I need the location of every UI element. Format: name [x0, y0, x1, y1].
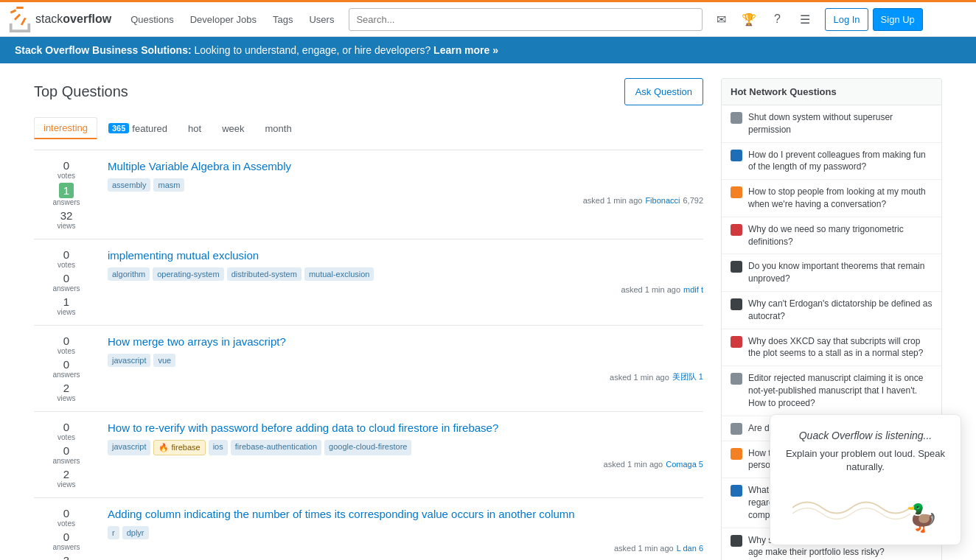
nav-users[interactable]: Users — [301, 10, 341, 29]
question-tag[interactable]: algorithm — [108, 267, 150, 281]
question-title[interactable]: implementing mutual exclusion — [108, 248, 703, 263]
question-title[interactable]: Adding column indicating the number of t… — [108, 507, 703, 522]
hot-network-link[interactable]: Shut down system without superuser permi… — [748, 111, 933, 136]
question-content: How to re-verify with password before ad… — [108, 421, 703, 469]
question-tag[interactable]: distributed-system — [227, 267, 301, 281]
votes-label: votes — [57, 519, 75, 528]
filter-tabs: interesting 365 featured hot week month — [34, 117, 703, 139]
site-icon — [731, 485, 742, 497]
site-icon — [731, 448, 742, 460]
hot-network-link[interactable]: Why does XKCD say that subcripts will cr… — [748, 335, 933, 360]
answer-count: 0 — [63, 272, 69, 284]
content-area: Top Questions Ask Question interesting 3… — [34, 78, 703, 560]
vote-count: 0 — [63, 248, 69, 261]
answer-count: 1 — [59, 183, 74, 198]
hot-network-link[interactable]: Why can't Erdogan's dictatorship be defi… — [748, 298, 933, 323]
votes-stat: 0 votes — [57, 507, 75, 528]
views-stat: 3 views — [57, 554, 75, 560]
logo-text: stackoverflow — [35, 13, 111, 26]
hot-network-title: Hot Network Questions — [722, 79, 941, 105]
tab-month[interactable]: month — [255, 118, 301, 139]
site-icon — [731, 224, 742, 236]
question-tag[interactable]: masm — [153, 178, 184, 192]
asked-time: asked 1 min ago — [604, 460, 663, 469]
vote-count: 0 — [63, 421, 69, 433]
question-user-link[interactable]: 美团队 1 — [672, 371, 703, 382]
featured-label: featured — [132, 123, 167, 134]
ask-question-button[interactable]: Ask Question — [624, 78, 703, 105]
question-stats: 0 votes 1 answers 32 views — [34, 159, 99, 230]
site-icon — [731, 336, 742, 348]
business-banner: Stack Overflow Business Solutions: Looki… — [0, 37, 976, 63]
question-list: 0 votes 1 answers 32 views Multiple Vari… — [34, 150, 703, 560]
question-item: 0 votes 0 answers 2 views How merge two … — [34, 326, 703, 412]
question-tags: algorithmoperating-systemdistributed-sys… — [108, 267, 703, 281]
vote-count: 0 — [63, 335, 69, 347]
question-tag[interactable]: ios — [209, 440, 228, 455]
achievements-icon[interactable]: 🏆 — [738, 8, 760, 30]
user-rep: 6,792 — [683, 196, 703, 205]
business-banner-link[interactable]: Learn more » — [433, 44, 498, 56]
question-tag[interactable]: assembly — [108, 178, 150, 192]
site-icon — [731, 112, 742, 124]
hot-network-link[interactable]: How to stop people from looking at my mo… — [748, 186, 933, 211]
search-input[interactable] — [349, 8, 703, 31]
logo-link[interactable]: stackoverflow — [9, 7, 111, 32]
question-tag[interactable]: dplyr — [122, 526, 149, 539]
nav-developer-jobs[interactable]: Developer Jobs — [183, 10, 264, 29]
question-tag[interactable]: google-cloud-firestore — [324, 440, 411, 455]
nav-questions[interactable]: Questions — [123, 10, 181, 29]
question-tag[interactable]: firebase-authentication — [231, 440, 321, 455]
tab-interesting[interactable]: interesting — [34, 117, 97, 139]
site-icon — [731, 298, 742, 310]
help-icon[interactable]: ? — [766, 8, 788, 30]
question-tag[interactable]: javascript — [108, 440, 150, 455]
question-stats: 0 votes 0 answers 1 views — [34, 248, 99, 316]
question-user-link[interactable]: L dan 6 — [677, 544, 703, 553]
signup-button[interactable]: Sign Up — [873, 8, 923, 31]
review-icon[interactable]: ☰ — [794, 8, 816, 30]
tab-featured[interactable]: 365 featured — [99, 117, 177, 139]
question-tag[interactable]: javascript — [108, 354, 150, 367]
answer-count: 0 — [63, 444, 69, 457]
quack-title: Quack Overflow is listening... — [785, 430, 946, 441]
site-icon — [731, 186, 742, 198]
hot-network-link[interactable]: How do I prevent colleagues from making … — [748, 149, 933, 174]
question-user-link[interactable]: Fibonacci — [645, 196, 680, 205]
hot-network-item: Do you know important theorems that rema… — [722, 254, 941, 292]
question-item: 0 votes 0 answers 1 views implementing m… — [34, 239, 703, 326]
hot-network-link[interactable]: Editor rejected manuscript claiming it i… — [748, 372, 933, 409]
votes-label: votes — [57, 347, 75, 355]
hot-network-link[interactable]: Why do we need so many trigonometric def… — [748, 223, 933, 248]
tab-hot[interactable]: hot — [178, 118, 211, 139]
question-meta: asked 1 min ago L dan 6 — [108, 544, 703, 553]
question-tag[interactable]: 🔥 firebase — [153, 440, 205, 455]
hot-network-item: Editor rejected manuscript claiming it i… — [722, 366, 941, 416]
login-button[interactable]: Log In — [825, 8, 868, 31]
inbox-icon[interactable]: ✉ — [710, 8, 732, 30]
question-user-link[interactable]: mdif t — [683, 285, 703, 294]
question-content: Adding column indicating the number of t… — [108, 507, 703, 553]
site-icon — [731, 261, 742, 273]
question-tag[interactable]: mutual-exclusion — [304, 267, 374, 281]
tab-week[interactable]: week — [212, 118, 254, 139]
question-title[interactable]: How merge two arrays in javascript? — [108, 335, 703, 349]
site-icon — [731, 423, 742, 435]
hot-network-item: Why do we need so many trigonometric def… — [722, 217, 941, 255]
site-icon — [731, 535, 742, 547]
hot-network-item: How do I prevent colleagues from making … — [722, 143, 941, 181]
question-user-link[interactable]: Comaga 5 — [666, 460, 703, 469]
question-title[interactable]: How to re-verify with password before ad… — [108, 421, 703, 435]
question-meta: asked 1 min ago Fibonacci 6,792 — [108, 196, 703, 205]
question-tag[interactable]: vue — [153, 354, 175, 367]
hot-network-item: Why can't Erdogan's dictatorship be defi… — [722, 292, 941, 329]
hot-network-link[interactable]: Do you know important theorems that rema… — [748, 260, 933, 285]
question-tag[interactable]: operating-system — [153, 267, 223, 281]
views-label: views — [57, 394, 75, 402]
question-item: 0 votes 0 answers 2 views How to re-veri… — [34, 412, 703, 498]
question-tags: javascript🔥 firebaseiosfirebase-authenti… — [108, 440, 703, 455]
answer-count: 0 — [63, 531, 69, 543]
question-title[interactable]: Multiple Variable Algebra in Assembly — [108, 159, 703, 174]
question-tag[interactable]: r — [108, 526, 119, 539]
nav-tags[interactable]: Tags — [265, 10, 300, 29]
